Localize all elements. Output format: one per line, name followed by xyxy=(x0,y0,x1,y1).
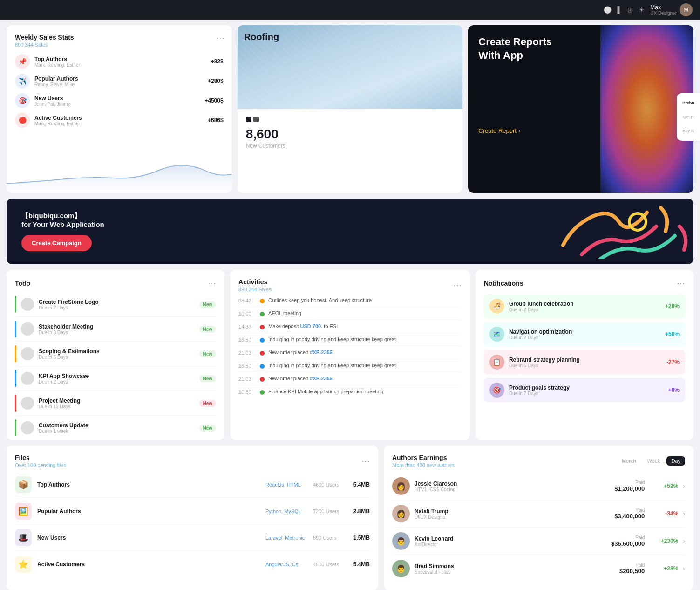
notif-info: Group lunch celebration Due in 2 Days xyxy=(509,301,660,312)
notif-value: +8% xyxy=(668,387,680,393)
top-authors-icon: 📌 xyxy=(15,54,30,69)
sidebar-item-buyn[interactable]: Buy N xyxy=(681,126,696,136)
activity-item: 21:03 New order placed #XF-2356. xyxy=(238,372,462,385)
activity-text: New order placed #XF-2356. xyxy=(268,350,462,355)
square2 xyxy=(253,117,259,122)
notif-info: Product goals strategy Due in 7 Days xyxy=(509,384,664,396)
activity-dot xyxy=(260,364,265,369)
author-name: Natali Trump xyxy=(415,508,610,515)
file-users: 7200 Users xyxy=(313,508,346,514)
activity-link[interactable]: #XF-2356. xyxy=(310,376,333,381)
row1: Weekly Sales Stats 890,344 Sales ⋯ 📌 Top… xyxy=(7,25,693,193)
notif-title: Group lunch celebration xyxy=(509,301,660,307)
popular-authors-icon: ✈️ xyxy=(15,74,30,89)
activity-text: Make deposit USD 700. to ESL xyxy=(268,323,462,329)
reports-title: Create ReportsWith App xyxy=(478,35,683,62)
notifications-menu[interactable]: ⋯ xyxy=(677,278,685,288)
author-role: Successful Fellas xyxy=(415,569,615,575)
create-campaign-button[interactable]: Create Campaign xyxy=(21,235,92,251)
file-name: Top Authors xyxy=(37,481,260,488)
avatar[interactable]: M xyxy=(680,3,693,16)
search-icon[interactable]: ⚪ xyxy=(604,6,612,14)
todo-avatar xyxy=(21,372,34,385)
todo-info: Stakeholder Meeting Due in 3 Days xyxy=(39,323,195,335)
notif-icon: 🎯 xyxy=(489,383,504,398)
sidebar-item-geth[interactable]: Get H xyxy=(681,112,696,122)
author-info: Brad Simmons Successful Fellas xyxy=(415,563,615,575)
notif-info: Rebrand strategy planning Due in 5 Days xyxy=(509,357,662,368)
file-item: 🎩 New Users Laravel, Metronic 890 Users … xyxy=(15,525,370,551)
brightness-icon[interactable]: ☀ xyxy=(639,6,645,14)
todo-info: KPI App Showcase Due in 2 Days xyxy=(39,373,195,384)
active-customers-users: Mark, Rowling, Esther xyxy=(34,121,203,126)
new-users-users: John, Pat, Jimmy xyxy=(34,102,200,107)
author-paid: Paid $3,400,000 xyxy=(614,508,645,520)
author-change: +52% xyxy=(655,483,678,489)
file-users: 4600 Users xyxy=(313,482,346,487)
activity-dot xyxy=(260,325,265,329)
todo-avatar xyxy=(21,397,34,410)
reports-content: Create ReportsWith App Create Report › xyxy=(468,25,693,144)
create-report-label: Create Report xyxy=(478,127,517,134)
activity-item: 10:30 Finance KPI Mobile app launch prep… xyxy=(238,385,462,398)
sidebar-item-prebu[interactable]: Prebu xyxy=(680,98,696,108)
campaign-decoration xyxy=(544,199,693,264)
notification-item: 🗺️ Navigation optimization Due in 2 Days… xyxy=(484,322,685,346)
todo-info: Customers Update Due in 1 week xyxy=(39,422,195,434)
notif-due: Due in 2 Days xyxy=(509,335,660,340)
new-users-icon: 🎯 xyxy=(15,93,30,108)
file-icon: 🖼️ xyxy=(15,503,32,520)
arrow-icon: › xyxy=(518,127,520,134)
tab-month[interactable]: Month xyxy=(617,456,641,466)
user-profile[interactable]: Max UX Designer M xyxy=(650,3,693,16)
campaign-card: 【biqubiqu.com】 for Your Web Application … xyxy=(7,199,693,264)
author-paid: Paid $35,600,000 xyxy=(611,535,645,547)
todo-bar xyxy=(15,296,16,313)
top-authors-val: +82$ xyxy=(211,58,224,65)
tab-day[interactable]: Day xyxy=(666,456,685,466)
file-name: Active Customers xyxy=(37,561,260,568)
activity-time: 10:00 xyxy=(238,310,256,316)
create-report-link[interactable]: Create Report › xyxy=(478,127,683,134)
active-customers-info: Active Customers Mark, Rowling, Esther xyxy=(34,115,203,126)
tab-week[interactable]: Week xyxy=(643,456,665,466)
row2: 【biqubiqu.com】 for Your Web Application … xyxy=(7,199,693,264)
todo-menu[interactable]: ⋯ xyxy=(208,278,216,288)
user-name: Max xyxy=(650,4,677,11)
todo-avatar xyxy=(21,298,34,311)
file-size: 1.5MB xyxy=(351,535,370,541)
notif-title: Product goals strategy xyxy=(509,384,664,391)
author-detail-arrow[interactable]: › xyxy=(683,510,685,517)
stat-item-top-authors: 📌 Top Authors Mark, Rowling, Esther +82$ xyxy=(15,54,224,69)
roofing-title: Roofing xyxy=(244,32,279,42)
author-detail-arrow[interactable]: › xyxy=(683,537,685,545)
file-icon: ⭐ xyxy=(15,556,32,573)
notification-item: 🍜 Group lunch celebration Due in 2 Days … xyxy=(484,294,685,318)
weekly-sales-card: Weekly Sales Stats 890,344 Sales ⋯ 📌 Top… xyxy=(7,25,232,193)
grid-icon[interactable]: ⊞ xyxy=(627,6,633,14)
activity-link[interactable]: USD 700. xyxy=(300,323,323,329)
weekly-sales-menu[interactable]: ⋯ xyxy=(216,33,224,43)
bar-icon[interactable]: ▌ xyxy=(617,6,622,14)
author-detail-arrow[interactable]: › xyxy=(683,482,685,490)
author-detail-arrow[interactable]: › xyxy=(683,565,685,572)
activities-menu[interactable]: ⋯ xyxy=(453,280,462,290)
todo-info: Scoping & Estimations Due in 5 Days xyxy=(39,348,195,360)
file-name: Popular Authors xyxy=(37,508,260,515)
notif-icon: 🗺️ xyxy=(489,327,504,342)
file-users: 4600 Users xyxy=(313,562,346,567)
activity-item: 16:50 Indulging in poorly driving and ke… xyxy=(238,333,462,346)
author-avatar: 👨 xyxy=(392,560,410,577)
files-menu[interactable]: ⋯ xyxy=(361,456,370,466)
author-avatar: 👩 xyxy=(392,477,410,495)
file-icon: 📦 xyxy=(15,476,32,493)
files-list: 📦 Top Authors ReactJs, HTML 4600 Users 5… xyxy=(15,472,370,577)
activity-link[interactable]: #XF-2356. xyxy=(310,350,333,355)
files-card: Files Over 100 pending files ⋯ 📦 Top Aut… xyxy=(7,446,378,590)
campaign-text: 【biqubiqu.com】 for Your Web Application … xyxy=(21,212,104,251)
activity-time: 08:42 xyxy=(238,297,256,303)
notification-item: 🎯 Product goals strategy Due in 7 Days +… xyxy=(484,378,685,402)
file-tech: AngularJS, C# xyxy=(265,562,307,567)
todo-name: Scoping & Estimations xyxy=(39,348,195,355)
authors-list: 👩 Jessie Clarcson HTML, CSS Coding Paid … xyxy=(392,473,685,582)
